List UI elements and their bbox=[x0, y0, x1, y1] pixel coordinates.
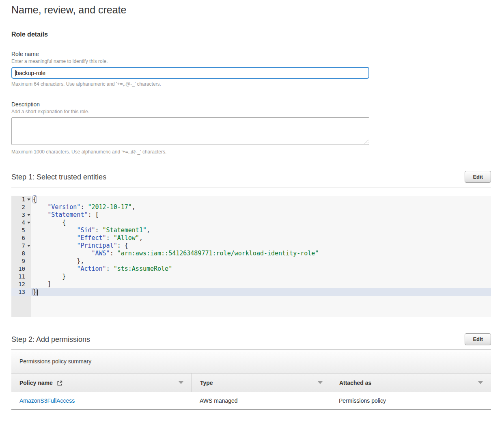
code-line[interactable]: 13} bbox=[11, 288, 491, 296]
fold-arrow-icon[interactable] bbox=[27, 222, 30, 224]
policy-type: AWS managed bbox=[200, 397, 238, 404]
fold-arrow-icon[interactable] bbox=[27, 214, 30, 216]
code-text: { bbox=[31, 219, 491, 227]
page-title: Name, review, and create bbox=[11, 3, 491, 16]
fold-arrow-icon[interactable] bbox=[27, 199, 30, 201]
line-number: 11 bbox=[11, 273, 31, 281]
column-header-type[interactable]: Type bbox=[192, 374, 331, 392]
description-constraint: Maximum 1000 characters. Use alphanumeri… bbox=[11, 149, 491, 155]
line-number: 9 bbox=[11, 257, 31, 265]
column-header-policy-name[interactable]: Policy name bbox=[11, 374, 192, 392]
role-details-heading: Role details bbox=[11, 31, 491, 38]
code-text: "Sid": "Statement1", bbox=[31, 227, 491, 234]
attached-as: Permissions policy bbox=[339, 397, 386, 404]
line-number: 13 bbox=[11, 288, 31, 296]
description-field: Description Add a short explanation for … bbox=[11, 101, 491, 155]
sort-icon[interactable] bbox=[179, 381, 183, 384]
role-name-input[interactable]: backup-role bbox=[11, 67, 369, 79]
step2-edit-button[interactable]: Edit bbox=[465, 333, 491, 345]
column-header-attached-as[interactable]: Attached as bbox=[331, 374, 491, 392]
step1-divider bbox=[11, 187, 491, 188]
line-number: 3 bbox=[11, 211, 31, 219]
code-text: "Version": "2012-10-17", bbox=[31, 203, 491, 211]
role-name-hint: Enter a meaningful name to identify this… bbox=[11, 58, 491, 64]
resize-handle[interactable] bbox=[364, 140, 368, 144]
table-header-row: Policy name Type Attached as bbox=[11, 374, 491, 392]
code-line[interactable]: 8 "AWS": "arn:aws:iam::541263489771:role… bbox=[11, 250, 491, 257]
trust-policy-code-editor[interactable]: 1{2 "Version": "2012-10-17",3 "Statement… bbox=[11, 196, 491, 317]
code-line[interactable]: 12 ] bbox=[11, 281, 491, 288]
attached-as-cell: Permissions policy bbox=[331, 392, 491, 409]
code-line[interactable]: 2 "Version": "2012-10-17", bbox=[11, 203, 491, 211]
line-number: 6 bbox=[11, 234, 31, 242]
line-number: 12 bbox=[11, 281, 31, 288]
matched-brace: { bbox=[33, 196, 37, 203]
code-text: ] bbox=[31, 281, 491, 288]
create-role-review-page: Name, review, and create Role details Ro… bbox=[0, 0, 504, 421]
policy-name-cell: AmazonS3FullAccess bbox=[11, 392, 192, 409]
table-body: AmazonS3FullAccessAWS managedPermissions… bbox=[11, 392, 491, 410]
editor-caret bbox=[37, 289, 38, 296]
panel-header: Permissions policy summary bbox=[11, 350, 491, 374]
line-number: 10 bbox=[11, 265, 31, 273]
description-label: Description bbox=[11, 101, 491, 108]
code-text: "Principal": { bbox=[31, 242, 491, 250]
step1-heading: Step 1: Select trusted entities bbox=[11, 171, 106, 181]
line-number: 1 bbox=[11, 196, 31, 203]
description-hint: Add a short explanation for this role. bbox=[11, 109, 491, 114]
code-text: "Statement": [ bbox=[31, 211, 491, 219]
description-textarea[interactable] bbox=[11, 117, 369, 145]
section-divider bbox=[11, 44, 491, 44]
sort-icon[interactable] bbox=[318, 381, 323, 384]
code-line[interactable]: 3 "Statement": [ bbox=[11, 211, 491, 219]
code-line[interactable]: 6 "Effect": "Allow", bbox=[11, 234, 491, 242]
code-line[interactable]: 1{ bbox=[11, 196, 491, 203]
code-text: }, bbox=[31, 257, 491, 265]
type-cell: AWS managed bbox=[192, 392, 331, 409]
line-number: 8 bbox=[11, 250, 31, 257]
code-line[interactable]: 9 }, bbox=[11, 257, 491, 265]
matched-brace: } bbox=[33, 288, 37, 296]
role-name-constraint: Maximum 64 characters. Use alphanumeric … bbox=[11, 81, 491, 87]
sort-icon[interactable] bbox=[478, 381, 483, 384]
policy-name-link[interactable]: AmazonS3FullAccess bbox=[19, 397, 75, 404]
panel-title: Permissions policy summary bbox=[19, 358, 91, 365]
code-text: { bbox=[31, 196, 491, 203]
code-line[interactable]: 5 "Sid": "Statement1", bbox=[11, 227, 491, 234]
code-line[interactable]: 7 "Principal": { bbox=[11, 242, 491, 250]
code-text: "Action": "sts:AssumeRole" bbox=[31, 265, 491, 273]
step2-heading: Step 2: Add permissions bbox=[11, 333, 90, 344]
code-line[interactable]: 4 { bbox=[11, 219, 491, 227]
line-number: 7 bbox=[11, 242, 31, 250]
code-line[interactable]: 11 } bbox=[11, 273, 491, 281]
line-number: 2 bbox=[11, 203, 31, 211]
code-text: } bbox=[31, 273, 491, 281]
code-text: "AWS": "arn:aws:iam::541263489771:role/w… bbox=[31, 250, 491, 257]
role-name-value: backup-role bbox=[16, 70, 45, 76]
external-link-icon bbox=[57, 380, 62, 386]
line-number: 4 bbox=[11, 219, 31, 227]
code-text: } bbox=[31, 288, 491, 296]
line-number: 5 bbox=[11, 227, 31, 234]
permissions-summary-panel: Permissions policy summary Policy name T… bbox=[11, 349, 491, 410]
code-line[interactable]: 10 "Action": "sts:AssumeRole" bbox=[11, 265, 491, 273]
role-name-field: Role name Enter a meaningful name to ide… bbox=[11, 51, 491, 87]
table-row: AmazonS3FullAccessAWS managedPermissions… bbox=[11, 392, 491, 410]
code-text: "Effect": "Allow", bbox=[31, 234, 491, 242]
role-name-label: Role name bbox=[11, 51, 491, 57]
step1-edit-button[interactable]: Edit bbox=[465, 171, 491, 183]
fold-arrow-icon[interactable] bbox=[27, 245, 30, 247]
